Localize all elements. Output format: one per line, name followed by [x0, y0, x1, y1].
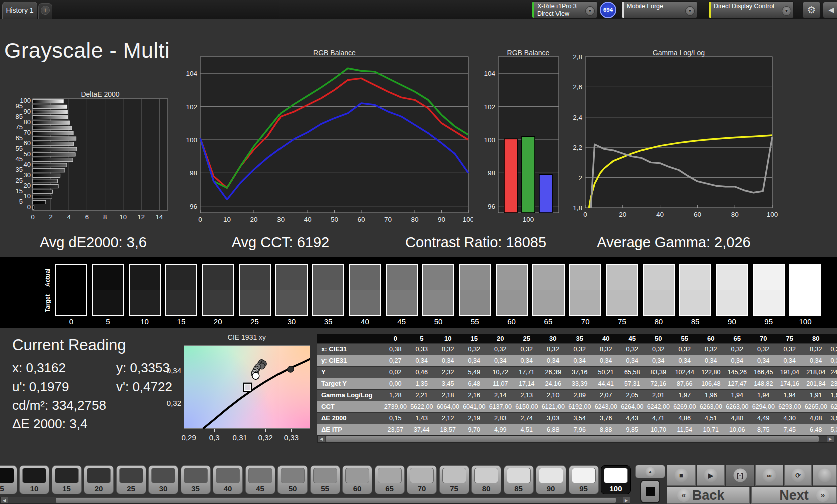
- level-button-80[interactable]: 80: [471, 465, 501, 494]
- actual-swatch: [93, 265, 123, 290]
- table-row: y: CIE310,270,340,340,340,340,340,340,34…: [317, 355, 837, 366]
- meter-dropdown[interactable]: X-Rite i1Pro 3 Direct View ▼: [532, 1, 597, 18]
- gear-icon: ⚙: [807, 4, 816, 15]
- level-button-45[interactable]: 45: [245, 465, 275, 494]
- svg-text:98: 98: [488, 169, 495, 177]
- level-button-label: 75: [440, 484, 469, 493]
- target-swatch: [240, 290, 270, 315]
- level-button-50[interactable]: 50: [277, 465, 308, 494]
- table-cell: 24: [829, 367, 837, 378]
- scroll-right-icon[interactable]: ▶: [623, 497, 630, 503]
- svg-text:60: 60: [694, 211, 701, 218]
- svg-text:2,8: 2,8: [573, 53, 582, 61]
- reading-y: y: 0,3353: [116, 360, 170, 376]
- level-button-15[interactable]: 15: [52, 465, 82, 494]
- top-bar: History 1 + X-Rite i1Pro 3 Direct View ▼…: [0, 0, 837, 19]
- column-header: 55: [672, 334, 698, 343]
- next-button[interactable]: Next »: [751, 487, 837, 504]
- add-tab-button[interactable]: +: [38, 3, 52, 19]
- record-button[interactable]: [813, 465, 837, 486]
- level-swatch: [507, 468, 531, 483]
- table-cell: 0,33: [409, 344, 435, 355]
- play-button[interactable]: ▶: [697, 465, 725, 486]
- table-cell: 0,3: [829, 344, 837, 355]
- table-cell: 6264,00: [619, 401, 646, 412]
- scroll-left-icon[interactable]: ◀: [318, 436, 325, 442]
- row-label: y: CIE31: [317, 355, 382, 366]
- svg-text:40: 40: [304, 216, 311, 223]
- next-button-label: Next: [779, 488, 809, 503]
- target-swatch: [130, 290, 160, 315]
- cie-y-tick-label: 0,34: [167, 366, 181, 374]
- actual-swatch: [717, 265, 747, 290]
- row-label: x: CIE31: [317, 344, 382, 355]
- level-button-40[interactable]: 40: [213, 465, 243, 494]
- level-button-25[interactable]: 25: [116, 465, 146, 494]
- table-cell: 0,32: [487, 344, 514, 355]
- swatch-label: 75: [606, 317, 638, 326]
- svg-text:100: 100: [767, 211, 778, 218]
- table-cell: 3,9: [829, 413, 837, 424]
- table-cell: 4,51: [514, 424, 540, 435]
- level-swatch: [572, 468, 596, 483]
- scroll-up-button[interactable]: ▲: [635, 465, 665, 478]
- refresh-button[interactable]: ⟳: [784, 465, 812, 486]
- measurement-count-badge[interactable]: 694: [600, 2, 616, 18]
- target-swatch: [497, 290, 527, 315]
- svg-text:4: 4: [67, 213, 71, 221]
- table-cell: 0,34: [777, 355, 803, 366]
- svg-text:0: 0: [198, 216, 202, 223]
- table-cell: 4,08: [803, 413, 829, 424]
- level-button-70[interactable]: 70: [407, 465, 437, 494]
- level-button-5[interactable]: 5: [0, 465, 17, 494]
- level-button-75[interactable]: 75: [439, 465, 469, 494]
- level-button-20[interactable]: 20: [84, 465, 114, 494]
- table-scrollbar[interactable]: ◀ ▶: [317, 435, 834, 443]
- measure-once-button[interactable]: [-]: [726, 465, 754, 486]
- stop-button[interactable]: ■: [667, 465, 696, 486]
- settings-button[interactable]: ⚙: [802, 2, 821, 18]
- level-button-85[interactable]: 85: [504, 465, 534, 494]
- level-button-65[interactable]: 65: [375, 465, 405, 494]
- display-control-dropdown[interactable]: Direct Display Control ▼: [708, 1, 794, 18]
- level-button-55[interactable]: 55: [310, 465, 340, 494]
- level-button-10[interactable]: 10: [19, 465, 49, 494]
- level-strip-scrollbar-thumb[interactable]: [56, 498, 616, 503]
- tab-history-1[interactable]: History 1: [2, 2, 37, 19]
- actual-swatch: [240, 265, 270, 290]
- level-swatch: [442, 468, 466, 483]
- svg-text:104: 104: [484, 70, 495, 77]
- pattern-window-button[interactable]: [640, 480, 660, 503]
- level-button-30[interactable]: 30: [148, 465, 178, 494]
- collapse-panel-button[interactable]: ◀: [823, 2, 837, 18]
- back-button[interactable]: « Back: [667, 487, 750, 504]
- cie-chart-overlay: [184, 345, 310, 429]
- table-cell: 2,14: [487, 390, 514, 401]
- source-dropdown[interactable]: Mobile Forge ▼: [621, 1, 697, 18]
- scroll-left-icon[interactable]: ◀: [1, 497, 8, 503]
- column-header: [829, 334, 837, 343]
- swatch-label: 85: [679, 317, 711, 326]
- column-header: 40: [593, 334, 619, 343]
- scroll-right-icon[interactable]: ▶: [827, 436, 834, 442]
- chevron-down-icon: ▼: [585, 6, 595, 16]
- svg-text:60: 60: [357, 216, 365, 223]
- level-strip-scrollbar[interactable]: ◀ ▶: [0, 497, 630, 504]
- level-button-100[interactable]: 100: [601, 465, 631, 494]
- meter-mode: Direct View: [537, 10, 584, 18]
- loop-button[interactable]: ∞: [755, 465, 783, 486]
- table-scrollbar-thumb[interactable]: [326, 436, 819, 442]
- level-button-60[interactable]: 60: [342, 465, 372, 494]
- svg-text:35: 35: [16, 166, 23, 173]
- level-button-35[interactable]: 35: [181, 465, 211, 494]
- actual-swatch: [350, 265, 380, 290]
- table-cell: 127,47: [724, 378, 751, 389]
- play-icon: ▶: [704, 469, 718, 482]
- table-cell: 6150,00: [514, 401, 540, 412]
- table-cell: 2,19: [461, 413, 488, 424]
- table-cell: 201,84: [803, 378, 829, 389]
- level-button-90[interactable]: 90: [536, 465, 566, 494]
- level-button-95[interactable]: 95: [569, 465, 599, 494]
- target-swatch: [350, 290, 380, 315]
- actual-swatch: [423, 265, 453, 290]
